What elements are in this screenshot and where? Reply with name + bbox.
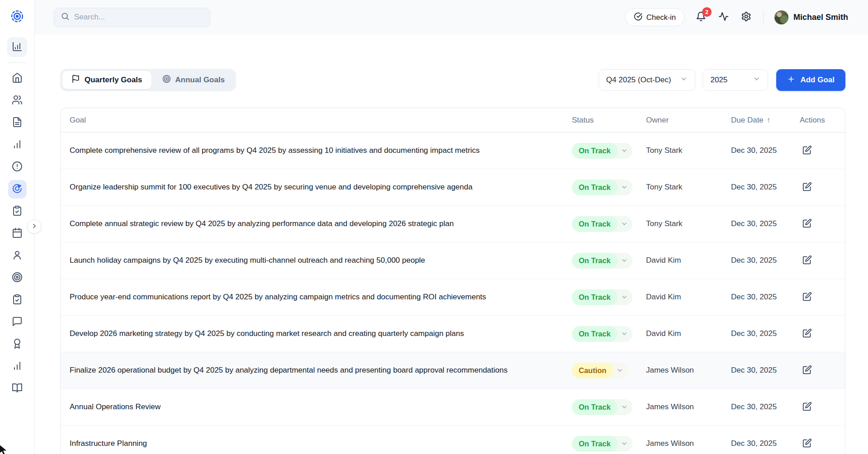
table-row[interactable]: Develop 2026 marketing strategy by Q4 20… (61, 316, 845, 352)
edit-goal-button[interactable] (800, 436, 815, 451)
year-select[interactable]: 2025 (703, 69, 768, 91)
status-dropdown[interactable]: On Track (572, 216, 632, 232)
sidebar-item-home[interactable] (8, 69, 27, 88)
quarter-select[interactable]: Q4 2025 (Oct-Dec) (599, 69, 696, 91)
bullseye-icon (12, 272, 23, 284)
table-row[interactable]: Complete annual strategic review by Q4 2… (61, 206, 845, 242)
table-row[interactable]: Produce year-end communications report b… (61, 279, 845, 316)
notifications-button[interactable]: 2 (695, 11, 707, 23)
status-dropdown[interactable]: On Track (572, 289, 632, 305)
sidebar-item-calendar[interactable] (8, 224, 27, 243)
edit-pencil-icon (802, 406, 812, 412)
tab-quarterly-goals[interactable]: Quarterly Goals (62, 71, 151, 89)
due-date-text: Dec 30, 2025 (731, 329, 800, 338)
status-dropdown[interactable]: On Track (572, 180, 632, 195)
due-date-text: Dec 30, 2025 (731, 402, 800, 411)
edit-pencil-icon (802, 186, 812, 193)
sidebar-item-awards[interactable] (8, 335, 27, 354)
edit-goal-button[interactable] (800, 400, 815, 414)
status-badge: On Track (572, 143, 618, 159)
goal-text: Produce year-end communications report b… (70, 293, 572, 302)
sidebar (0, 0, 35, 454)
edit-pencil-icon (802, 296, 812, 303)
edit-goal-button[interactable] (800, 290, 815, 304)
add-goal-button[interactable]: Add Goal (776, 69, 845, 91)
sidebar-item-reports[interactable] (8, 136, 27, 154)
table-row[interactable]: Finalize 2026 operational budget by Q4 2… (61, 352, 845, 389)
tab-annual-goals[interactable]: Annual Goals (153, 71, 234, 89)
sidebar-item-profile[interactable] (8, 246, 27, 265)
user-menu[interactable]: Michael Smith (774, 10, 848, 24)
search-icon (61, 12, 70, 23)
goal-text: Organize leadership summit for 100 execu… (70, 183, 572, 192)
chevron-down-icon (621, 257, 628, 264)
status-dropdown[interactable]: On Track (572, 143, 632, 159)
check-in-button[interactable]: Check-in (625, 8, 684, 26)
edit-goal-button[interactable] (800, 363, 815, 378)
chevron-down-icon (616, 367, 623, 374)
status-dropdown[interactable]: On Track (572, 399, 632, 415)
chart-axis-icon (12, 41, 23, 53)
table-row[interactable]: Annual Operations Review On Track James … (61, 389, 845, 426)
column-header-status[interactable]: Status (572, 116, 646, 125)
goal-text: Complete comprehensive review of all pro… (70, 146, 572, 155)
chevron-down-icon (621, 293, 628, 301)
search-input[interactable] (74, 13, 203, 22)
status-badge: On Track (572, 216, 618, 232)
quarter-select-value: Q4 2025 (Oct-Dec) (606, 76, 671, 85)
status-dropdown[interactable]: On Track (572, 326, 632, 342)
chevron-down-icon (621, 220, 628, 227)
due-date-text: Dec 30, 2025 (731, 256, 800, 265)
sidebar-item-goals[interactable] (8, 180, 27, 199)
edit-goal-button[interactable] (800, 180, 815, 194)
table-row[interactable]: Infrastructure Planning On Track James W… (61, 426, 845, 454)
flag-icon (71, 75, 80, 85)
chevron-down-icon (621, 147, 628, 154)
activity-button[interactable] (718, 11, 730, 23)
sidebar-item-targets[interactable] (8, 269, 27, 287)
sidebar-item-alerts[interactable] (8, 158, 27, 176)
owner-text: Tony Stark (646, 183, 731, 192)
table-row[interactable]: Launch holiday campaigns by Q4 2025 by e… (61, 242, 845, 279)
column-header-goal[interactable]: Goal (70, 116, 572, 125)
edit-goal-button[interactable] (800, 143, 815, 158)
column-header-owner[interactable]: Owner (646, 116, 731, 125)
table-row[interactable]: Complete comprehensive review of all pro… (61, 132, 845, 169)
due-date-header-label: Due Date (731, 116, 764, 125)
status-badge: On Track (572, 436, 618, 452)
sidebar-item-analytics[interactable] (7, 37, 27, 57)
sidebar-item-messages[interactable] (8, 313, 27, 331)
owner-text: Tony Stark (646, 219, 731, 228)
goal-text: Develop 2026 marketing strategy by Q4 20… (70, 329, 572, 338)
edit-goal-button[interactable] (800, 253, 815, 268)
settings-button[interactable] (741, 11, 752, 23)
edit-goal-button[interactable] (800, 326, 815, 341)
column-header-due-date[interactable]: Due Date ↑ (731, 116, 800, 125)
sidebar-item-checklists[interactable] (8, 291, 27, 309)
status-dropdown[interactable]: Caution (572, 363, 628, 378)
app-logo[interactable] (10, 10, 24, 24)
tab-label: Quarterly Goals (85, 76, 142, 85)
status-dropdown[interactable]: On Track (572, 253, 632, 269)
edit-pencil-icon (802, 442, 812, 449)
search-box[interactable] (54, 8, 210, 27)
notification-badge: 2 (702, 7, 712, 17)
chevron-down-icon (753, 75, 760, 85)
table-row[interactable]: Organize leadership summit for 100 execu… (61, 169, 845, 206)
sidebar-item-library[interactable] (8, 379, 27, 398)
owner-text: Tony Stark (646, 146, 731, 155)
goals-page: Quarterly Goals Annual Goals Q4 2025 (Oc… (35, 34, 868, 454)
calendar-icon (12, 227, 23, 240)
sidebar-item-stats[interactable] (8, 357, 27, 376)
sidebar-item-documents[interactable] (8, 114, 27, 132)
edit-goal-button[interactable] (800, 217, 815, 231)
sidebar-expand-button[interactable] (27, 219, 42, 234)
status-dropdown[interactable]: On Track (572, 436, 632, 452)
sidebar-divider (8, 62, 26, 63)
goals-table: Goal Status Owner Due Date ↑ Actions Com… (60, 108, 845, 454)
sidebar-item-team[interactable] (8, 91, 27, 110)
due-date-text: Dec 30, 2025 (731, 293, 800, 302)
status-badge: On Track (572, 289, 618, 305)
sidebar-item-tasks[interactable] (8, 202, 27, 221)
status-badge: On Track (572, 180, 618, 195)
